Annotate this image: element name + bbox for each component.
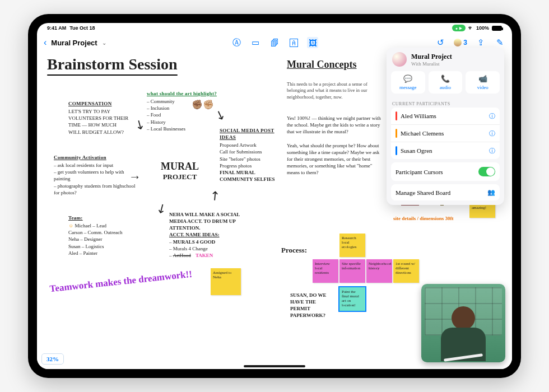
info-icon[interactable]: ⓘ [489,112,495,120]
zoom-level[interactable]: 32% [41,353,64,365]
back-button[interactable]: ‹ [44,38,46,48]
process-label: Process: [281,246,307,255]
note-social: SOCIAL MEDIA POST IDEAS Proposed Artwork… [220,127,281,183]
title-chevron-icon[interactable]: ⌄ [102,40,106,46]
new-board-button[interactable]: ✎ [494,37,505,48]
mural-badge: MURAL PROJECT [149,162,211,181]
participants-list: Aled Williams ⓘ Michael Clemens ⓘ Susan … [391,108,500,159]
facetime-pip[interactable] [421,284,505,362]
video-icon: 📹 [466,74,500,83]
textbox-tool-icon[interactable]: 🄰 [288,37,299,48]
heading-concepts: Mural Concepts [287,59,357,71]
note-highlight: what should the art highlight? – Communi… [147,90,220,132]
shape-tool-icon[interactable]: ▭ [250,37,261,48]
status-time: 9:41 AM [47,25,66,31]
manage-board-row[interactable]: Manage Shared Board 👥 [391,184,500,200]
toggle-on-icon[interactable] [478,167,495,176]
popover-title: Mural Project [411,53,452,61]
home-indicator[interactable] [244,365,305,367]
share-button[interactable]: ⇪ [475,37,486,48]
arrow-icon: ↗ [206,187,224,204]
recording-pill[interactable]: ▸ [452,25,466,31]
note-activation: Community Activation – ask local residen… [54,154,138,196]
info-icon[interactable]: ⓘ [489,129,495,138]
sticky-process[interactable]: Neighborhood history [366,259,392,283]
popover-subtitle: With Muralist [411,61,452,67]
fist-icon: ✊🏽✊🏼 [192,99,214,110]
phone-icon: 📞 [429,74,463,83]
people-icon: 👥 [487,189,495,196]
sticky-process[interactable]: Interview local residents [313,259,338,283]
note-susan: SUSAN, DO WE HAVE THE PERMIT PAPERWORK? [290,292,333,319]
message-button[interactable]: 💬message [391,71,425,94]
presence-dot [396,146,397,155]
message-icon: 💬 [391,74,425,83]
info-icon[interactable]: ⓘ [489,147,495,155]
participant-row[interactable]: Susan Ogren ⓘ [391,142,500,159]
collab-popover: Mural Project With Muralist 💬message 📞au… [387,48,504,205]
avatar-icon [454,39,462,46]
participant-row[interactable]: Michael Clemens ⓘ [391,125,500,142]
arrow-icon: ↘ [132,115,148,133]
media-tool-icon[interactable]: 🖼 [307,37,318,48]
note-teamwork: Teamwork makes the dreamwork!! [49,269,193,295]
participants-button[interactable]: 3 [454,39,467,46]
status-date: Tue Oct 18 [69,25,95,31]
note-team: Team: ☺ Michael – Lead Carson – Comm. Ou… [68,214,152,256]
note-compensation: COMPENSATION LET'S TRY TO PAY VOLUNTEERS… [68,100,130,136]
participants-label: CURRENT PARTICIPANTS [387,98,504,108]
board-title[interactable]: Mural Project [51,39,97,47]
sticky-process[interactable]: Research local ecologies [339,234,365,257]
participant-row[interactable]: Aled Williams ⓘ [391,108,500,125]
note-neha: NEHA WILL MAKE A SOCIAL MEDIA ACCT. TO D… [169,211,253,259]
video-button[interactable]: 📹video [466,71,500,94]
battery-icon [492,26,502,31]
sticky-process[interactable]: Paint the final mural art on location! [339,287,365,311]
dimension-note: site details / dimensions 30ft [393,216,454,221]
pen-tool-icon[interactable]: Ⓐ [231,37,242,48]
battery-pct: 100% [476,25,489,31]
concept-reply: Yes! 100%! — thinking we might partner w… [287,115,382,176]
sticky-process[interactable]: 1st round w/ different directions [393,259,419,283]
status-bar: 9:41 AM Tue Oct 18 ▸ ᯤ 100% [37,23,512,33]
undo-button[interactable]: ↺ [435,37,446,48]
audio-button[interactable]: 📞audio [429,71,463,94]
heading-brainstorm: Brainstorm Session [47,55,178,73]
wifi-icon: ᯤ [468,25,473,31]
cursors-toggle-row[interactable]: Participant Cursors [391,162,500,181]
board-avatar [392,52,407,67]
sticky-assigned[interactable]: Assigned to Neha [211,268,241,295]
presence-dot [396,129,397,138]
sticky-tool-icon[interactable]: 🗐 [269,37,280,48]
arrow-icon: ↘ [153,200,171,217]
presence-dot [396,111,397,120]
toolbar-tools: Ⓐ ▭ 🗐 🄰 🖼 [231,37,318,48]
arrow-icon: → [129,170,141,184]
concept-text: This needs to be a project about a sense… [287,81,376,100]
sticky-process[interactable]: Site specific information [339,259,365,283]
